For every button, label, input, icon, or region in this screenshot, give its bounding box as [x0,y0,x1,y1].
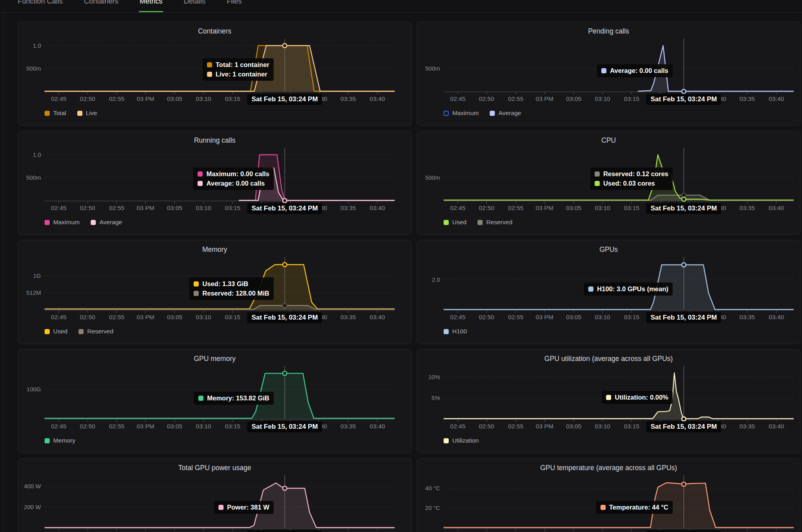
y-axis-label: 512M [20,289,41,296]
series-swatch-icon [595,171,600,177]
series-swatch-icon [588,286,593,292]
legend-label: Reserved [486,219,512,226]
x-axis-label: 03:10 [587,423,618,430]
chart-legend: TotalLive [45,110,97,117]
x-axis-label: 03:15 [217,423,248,430]
tab-files[interactable]: Files [227,0,242,12]
legend-item-reserved[interactable]: Reserved [78,328,113,335]
chart-legend: Utilization [444,437,479,444]
tab-label: Details [184,0,205,6]
x-axis-label: 03:10 [188,205,219,212]
legend-swatch-icon [444,438,449,443]
tab-metrics[interactable]: Metrics [140,0,162,12]
legend-label: Live [86,110,97,117]
tab-details[interactable]: Details [184,0,205,12]
x-axis-label: 03:40 [761,423,792,430]
x-axis-label: 02:50 [471,205,502,212]
chart-plot-area[interactable]: Memory: 153.82 GiB [45,365,395,425]
x-axis-label: 03:40 [761,95,792,102]
y-axis-label: 400 W [20,483,41,489]
x-axis-label: 03 PM [130,314,161,321]
legend-item-h100[interactable]: H100 [444,328,467,335]
x-axis-label: 03 PM [130,95,161,102]
legend-swatch-icon [45,111,50,116]
tooltip-text: H100: 3.0 GPUs (mean) [597,285,668,293]
y-axis-label: 2.0 [419,276,440,283]
legend-item-utilization[interactable]: Utilization [444,437,479,444]
x-axis-label: 02:55 [500,314,532,321]
legend-swatch-icon [490,111,495,116]
tooltip-row: Used: 1.33 GiB [194,280,269,288]
legend-swatch-icon [45,438,50,443]
crosshair-marker [283,486,287,490]
tab-label: Files [227,0,242,6]
x-axis-label: 03 PM [529,314,560,321]
chart-plot-area[interactable]: Utilization: 0.00% [444,365,794,425]
legend-item-reserved[interactable]: Reserved [477,219,512,226]
crosshair-timestamp-tooltip: Sat Feb 15, 03:24 PM [247,94,322,105]
chart-card-gpu-temperature: GPU temperature (average across all GPUs… [417,458,800,532]
x-axis-label: 03:10 [188,95,219,102]
legend-item-total[interactable]: Total [45,110,66,117]
legend-item-memory[interactable]: Memory [45,437,75,444]
chart-plot-area[interactable]: Temperature: 44 °C [444,474,794,532]
x-axis-label: 02:50 [72,95,103,102]
chart-tooltip: Memory: 153.82 GiB [194,392,274,405]
crosshair-marker [682,89,686,93]
x-axis-label: 03 PM [529,205,560,212]
x-axis-label: 03:15 [616,423,647,430]
chart-plot-area[interactable]: H100: 3.0 GPUs (mean) [444,256,794,316]
legend-item-maximum[interactable]: Maximum [45,219,80,226]
x-axis-label: 03:05 [159,95,190,102]
x-axis-label: 02:50 [72,205,103,212]
chart-plot-area[interactable]: Power: 381 W [45,474,395,532]
legend-label: Maximum [53,219,80,226]
tooltip-text: Reserved: 0.12 cores [603,170,668,178]
x-axis-label: 02:45 [442,205,474,212]
legend-item-used[interactable]: Used [444,219,466,226]
x-axis-label: 02:55 [101,205,132,212]
legend-item-average[interactable]: Average [490,110,521,117]
legend-item-maximum[interactable]: Maximum [444,110,479,117]
x-axis-label: 03:15 [217,95,248,102]
tooltip-row: Live: 1 container [207,71,269,78]
legend-label: Memory [53,437,75,444]
crosshair-timestamp-tooltip: Sat Feb 15, 03:24 PM [646,312,721,323]
legend-item-live[interactable]: Live [77,110,97,117]
tab-function-calls[interactable]: Function Calls [18,0,63,12]
chart-card-gpu-memory: GPU memory100GMemory: 153.82 GiB02:4502:… [18,349,412,453]
chart-legend: H100 [444,328,467,335]
chart-plot-area[interactable]: Reserved: 0.12 coresUsed: 0.03 cores [444,147,794,207]
legend-item-used[interactable]: Used [45,328,67,335]
crosshair-marker [682,193,686,197]
chart-plot-area[interactable]: Used: 1.33 GiBReserved: 128.00 MiB [45,256,395,316]
tooltip-row: Average: 0.00 calls [601,67,668,74]
chart-card-pending-calls: Pending calls500mAverage: 0.00 calls02:4… [417,22,800,126]
x-axis-label: 03:40 [362,205,393,212]
crosshair-marker [283,199,287,203]
legend-item-average[interactable]: Average [91,219,122,226]
x-axis-label: 03:05 [558,95,589,102]
chart-tooltip: Reserved: 0.12 coresUsed: 0.03 cores [590,167,673,190]
chart-title: GPU memory [18,355,411,363]
chart-plot-area[interactable]: Total: 1 containerLive: 1 container [45,38,395,98]
chart-title: GPU temperature (average across all GPUs… [417,464,800,472]
chart-card-gpus: GPUs2.0H100: 3.0 GPUs (mean)02:4502:5002… [417,240,800,344]
tooltip-row: Reserved: 128.00 MiB [194,290,269,297]
legend-label: Maximum [452,110,479,117]
series-swatch-icon [198,396,203,401]
chart-legend: Memory [45,437,75,444]
legend-label: Used [53,328,67,335]
chart-tooltip: Utilization: 0.00% [602,391,673,404]
series-swatch-icon [595,181,600,186]
x-axis-label: 03:05 [558,205,589,212]
chart-plot-area[interactable]: Average: 0.00 calls [444,38,794,98]
chart-plot-area[interactable]: Maximum: 0.00 callsAverage: 0.00 calls [45,147,395,207]
chart-card-memory: Memory1G512MUsed: 1.33 GiBReserved: 128.… [18,240,412,344]
tab-containers[interactable]: Containers [84,0,118,12]
x-axis-label: 03:05 [159,314,190,321]
y-axis-label: 20 °C [419,504,440,511]
x-axis-label: 02:45 [43,95,75,102]
legend-swatch-icon [444,111,449,116]
x-axis-label: 03 PM [130,205,161,212]
